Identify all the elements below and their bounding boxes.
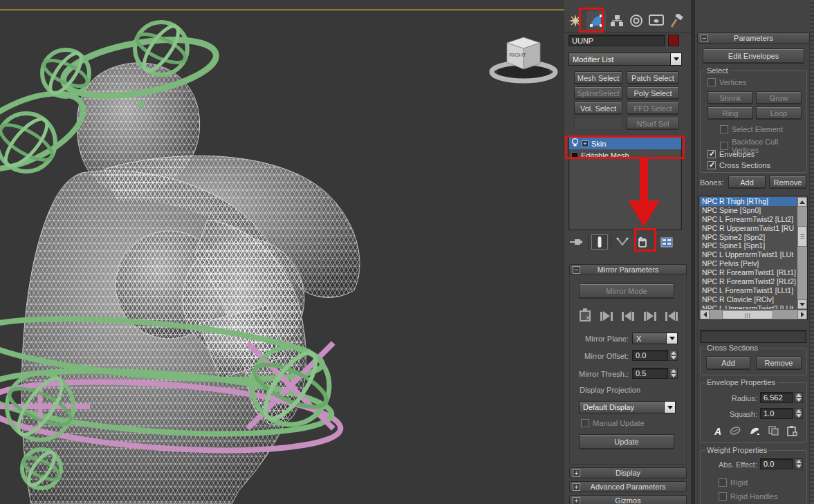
bone-item[interactable]: NPC R Thigh [RThg] (700, 197, 797, 206)
bone-item[interactable]: NPC Spine2 [Spn2] (700, 233, 797, 242)
select-element-checkbox[interactable]: Select Element (720, 125, 783, 133)
mirror-paste-icon[interactable]: ✕ (580, 310, 591, 321)
cross-section-add-button[interactable]: Add (706, 356, 750, 370)
select-button-nsurf-sel[interactable]: NSurf Sel (627, 117, 679, 130)
paste-green-to-blue-bones-icon[interactable] (644, 311, 656, 321)
checkbox-checked-icon[interactable] (707, 150, 716, 158)
display-projection-dropdown[interactable]: Default Display (579, 401, 676, 413)
cross-section-remove-button[interactable]: Remove (756, 356, 802, 370)
bone-item[interactable]: NPC R ForearmTwist2 [RLt2] (700, 277, 797, 286)
collapse-minus-icon[interactable]: − (573, 266, 580, 274)
vertices-checkbox[interactable]: Vertices (707, 78, 746, 86)
checkbox-icon[interactable] (707, 78, 716, 86)
spinner-arrows[interactable] (669, 368, 678, 379)
checkbox-icon[interactable] (581, 419, 589, 427)
bone-item[interactable]: NPC L ForearmTwist1 [LLt1] (700, 286, 797, 295)
ring-button[interactable]: Ring (707, 106, 753, 120)
mirror-offset-value[interactable]: 0.0 (632, 350, 668, 361)
mirror-parameters-rollout-header[interactable]: − Mirror Parameters (569, 264, 687, 275)
envelope-display-icon[interactable] (749, 426, 760, 437)
rollout-header-advanced-parameters[interactable]: +Advanced Parameters (569, 481, 687, 492)
edit-envelopes-button[interactable]: Edit Envelopes (703, 48, 804, 64)
checkbox-icon[interactable] (719, 492, 727, 501)
expand-plus-icon[interactable]: + (573, 469, 580, 477)
checkbox-icon[interactable] (720, 142, 728, 150)
manual-update-checkbox[interactable]: Manual Update (581, 419, 645, 427)
bone-item[interactable]: NPC R Clavicle [RClv] (700, 295, 797, 304)
checkbox-icon[interactable] (719, 478, 727, 487)
squash-value[interactable]: 1.0 (760, 408, 793, 419)
mirror-thresh-spinner[interactable]: 0.5 (632, 368, 678, 379)
select-button-poly-select[interactable]: Poly Select (627, 86, 679, 100)
scroll-thumb[interactable]: ☰ (797, 226, 807, 247)
spinner-arrows[interactable] (794, 392, 803, 403)
object-color-swatch[interactable] (668, 35, 679, 46)
select-button-ffd-select[interactable]: FFD Select (627, 102, 679, 115)
absolute-relative-icon[interactable]: A (714, 426, 721, 437)
update-button[interactable]: Update (579, 434, 674, 449)
spinner-arrows[interactable] (794, 408, 803, 419)
bone-item[interactable]: NPC L UpperarmTwist1 [LUt (700, 250, 797, 259)
select-button-splineselect[interactable]: SplineSelect (574, 86, 622, 100)
modifier-list-dropdown[interactable]: Modifier List (568, 53, 682, 66)
object-name-field[interactable]: UUNP (568, 35, 665, 46)
expand-plus-icon[interactable]: + (573, 483, 580, 491)
bone-item[interactable]: NPC L UpperarmTwist2 [LUt (700, 304, 797, 309)
configure-modifier-sets-icon[interactable] (658, 237, 676, 248)
envelopes-checkbox[interactable]: Envelopes (707, 150, 755, 158)
bones-vscrollbar[interactable]: ☰ (797, 197, 807, 309)
bones-list[interactable]: NPC R Thigh [RThg]NPC Spine [Spn0]NPC L … (700, 197, 797, 309)
viewport[interactable]: RIGHT (0, 0, 564, 504)
mirror-plane-dropdown[interactable]: X (632, 333, 678, 344)
scroll-thumb[interactable]: ||| (722, 310, 773, 319)
rollout-header-display[interactable]: +Display (569, 467, 687, 478)
expand-plus-icon[interactable]: + (573, 497, 580, 504)
rollout-header-gizmos[interactable]: +Gizmos (569, 495, 687, 504)
abs-effect-value[interactable]: 0.0 (760, 458, 793, 469)
select-button-vol-select[interactable]: Vol. Select (574, 102, 622, 115)
cross-sections-checkbox[interactable]: Cross Sections (707, 161, 770, 169)
paste-green-to-blue-verts-icon[interactable] (600, 311, 613, 321)
radius-value[interactable]: 6.562 (760, 392, 793, 403)
bone-item[interactable]: NPC R UpperarmTwist1 [RU (700, 224, 797, 233)
squash-spinner[interactable]: 1.0 (760, 408, 803, 419)
bones-remove-button[interactable]: Remove (769, 176, 806, 189)
panel-resize-grip[interactable] (810, 0, 814, 504)
dropdown-arrow-icon[interactable] (670, 53, 681, 65)
checkbox-icon[interactable] (720, 125, 728, 133)
scroll-right-icon[interactable] (797, 310, 807, 319)
rigid-checkbox[interactable]: Rigid (719, 478, 748, 487)
motion-tab-icon[interactable] (628, 12, 645, 30)
mirror-mode-button[interactable]: Mirror Mode (579, 283, 674, 299)
bones-add-button[interactable]: Add (728, 176, 766, 189)
spinner-arrows[interactable] (669, 350, 678, 361)
scroll-up-icon[interactable] (797, 197, 807, 207)
bone-name-field[interactable] (700, 330, 806, 343)
dropdown-arrow-icon[interactable] (666, 333, 677, 344)
paste-envelope-icon[interactable] (787, 426, 797, 438)
spinner-arrows[interactable] (794, 458, 803, 469)
copy-envelope-icon[interactable] (768, 426, 779, 437)
hierarchy-tab-icon[interactable] (609, 12, 625, 30)
bone-item[interactable]: NPC L ForearmTwist2 [LLt2] (700, 215, 797, 224)
bones-hscrollbar[interactable]: ||| (700, 310, 807, 319)
pin-stack-icon[interactable] (568, 237, 585, 247)
scroll-left-icon[interactable] (700, 310, 710, 319)
parameters-rollout-header[interactable]: − Parameters (697, 32, 810, 44)
bone-item[interactable]: NPC Spine1 [Spn1] (700, 241, 797, 250)
collapse-minus-icon[interactable]: − (701, 35, 708, 42)
paste-blue-to-green-bones-icon[interactable] (665, 311, 678, 321)
grow-button[interactable]: Grow (756, 91, 802, 104)
select-button-patch-select[interactable]: Patch Select (627, 71, 679, 84)
paste-blue-to-green-verts-icon[interactable] (622, 311, 634, 321)
bone-item[interactable]: NPC Spine [Spn0] (700, 206, 797, 215)
shrink-button[interactable]: Shrink (707, 91, 753, 104)
scroll-down-icon[interactable] (797, 299, 807, 309)
show-end-result-icon[interactable] (591, 234, 608, 250)
radius-spinner[interactable]: 6.562 (760, 392, 803, 403)
mirror-offset-spinner[interactable]: 0.0 (632, 350, 678, 361)
select-button-mesh-select[interactable]: Mesh Select (574, 71, 622, 84)
abs-effect-spinner[interactable]: 0.0 (760, 458, 803, 469)
bone-item[interactable]: NPC R ForearmTwist1 [RLt1] (700, 268, 797, 277)
make-unique-icon[interactable] (614, 237, 631, 247)
